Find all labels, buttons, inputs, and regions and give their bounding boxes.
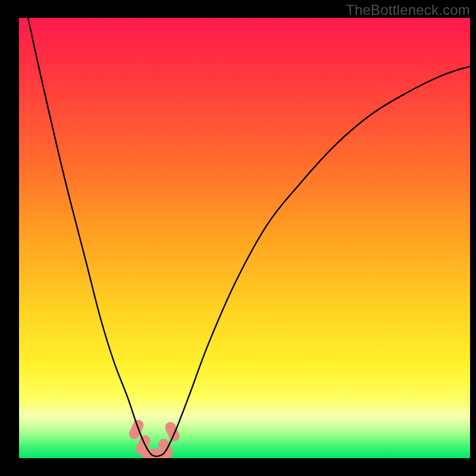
- plot-area: [19, 18, 470, 458]
- attribution-text: TheBottleneck.com: [346, 2, 470, 18]
- bottleneck-curve: [28, 18, 470, 456]
- outer-frame: TheBottleneck.com: [0, 0, 476, 476]
- chart-svg: [19, 18, 470, 458]
- marker-group: [127, 418, 181, 458]
